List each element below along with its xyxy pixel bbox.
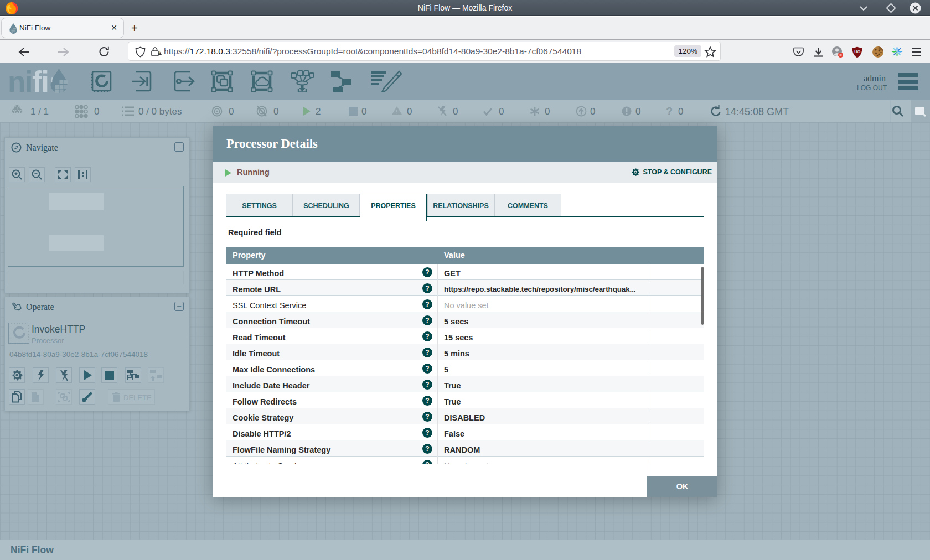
svg-text:0: 0 [590, 106, 595, 117]
svg-text:0: 0 [273, 106, 278, 117]
svg-text:0: 0 [678, 106, 683, 117]
svg-text:0: 0 [499, 106, 504, 117]
svg-text:1 / 1: 1 / 1 [30, 106, 49, 117]
svg-text:2: 2 [316, 106, 321, 117]
svg-text:14:45:08 GMT: 14:45:08 GMT [725, 106, 789, 117]
svg-text:!: ! [159, 51, 160, 55]
svg-text:0: 0 [94, 106, 99, 117]
svg-text:0: 0 [361, 106, 366, 117]
svg-text:0: 0 [453, 106, 458, 117]
svg-text:0: 0 [407, 106, 412, 117]
svg-text:0: 0 [229, 106, 234, 117]
svg-text:0 / 0 bytes: 0 / 0 bytes [138, 106, 182, 117]
svg-text:UO: UO [854, 49, 860, 54]
svg-text:0: 0 [545, 106, 550, 117]
svg-text:?: ? [666, 105, 673, 117]
svg-text:0: 0 [636, 106, 640, 117]
